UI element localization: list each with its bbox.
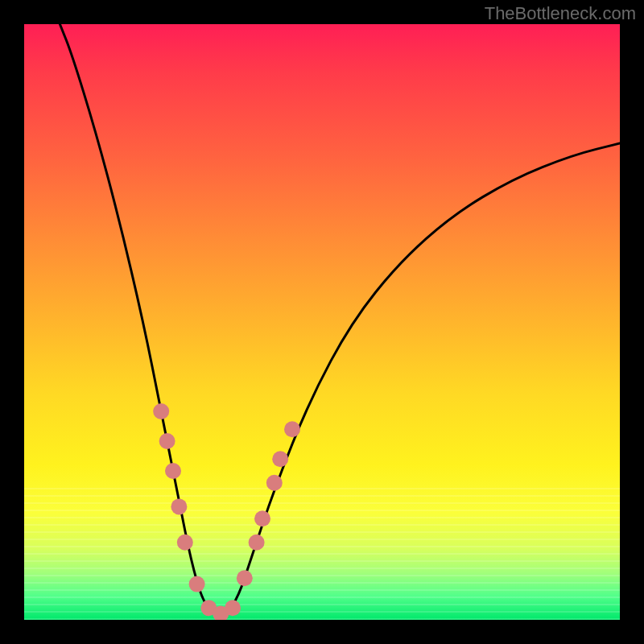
plot-area [24, 24, 620, 620]
data-dot [249, 535, 265, 551]
data-dot [225, 600, 241, 616]
data-dots-group [153, 403, 300, 620]
data-dot [266, 475, 283, 491]
curve-svg [24, 24, 620, 620]
data-dot [189, 576, 205, 592]
data-dot [272, 451, 288, 467]
data-dot [153, 403, 169, 419]
data-dot [254, 510, 270, 526]
data-dot [284, 421, 300, 437]
data-dot [165, 463, 181, 479]
data-dot [237, 570, 253, 586]
data-dot [177, 535, 193, 551]
watermark-text: TheBottleneck.com [485, 3, 636, 24]
bottleneck-curve [60, 24, 620, 614]
data-dot [171, 498, 187, 514]
chart-frame: TheBottleneck.com [0, 0, 644, 644]
data-dot [159, 433, 175, 449]
